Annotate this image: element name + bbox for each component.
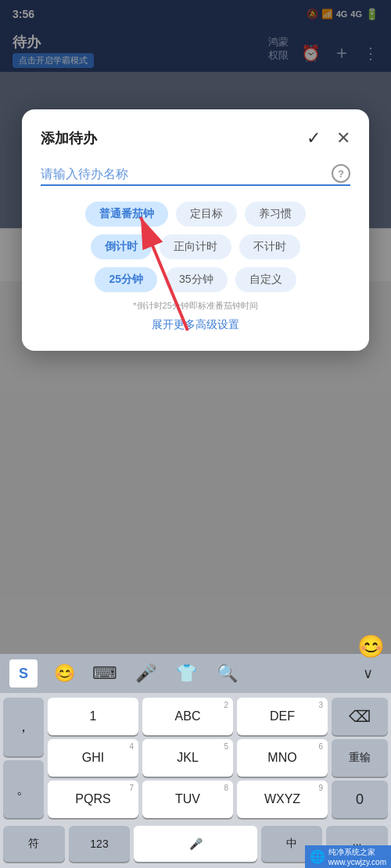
nav-permission-text[interactable]: 鸿蒙权限 xyxy=(268,36,289,63)
key-abc-num: 2 xyxy=(224,701,228,709)
tag-notimer[interactable]: 不计时 xyxy=(239,234,300,259)
mute-icon: 🔕 xyxy=(307,9,318,20)
expand-settings-link[interactable]: 展开更多高级设置 xyxy=(41,318,350,332)
signal-4g-1: 4G xyxy=(336,9,348,19)
tag-25min[interactable]: 25分钟 xyxy=(95,267,157,292)
wifi-icon: 📶 xyxy=(321,9,333,20)
key-backspace[interactable]: ⌫ xyxy=(332,698,388,735)
clock-icon[interactable]: ⏰ xyxy=(301,44,321,63)
key-pqrs[interactable]: 7 PQRS xyxy=(48,780,138,818)
nav-left: 待办 点击开启学霸模式 xyxy=(13,33,94,68)
key-mno[interactable]: 6 MNO xyxy=(237,739,328,777)
key-ghi[interactable]: 4 GHI xyxy=(48,739,138,777)
keyboard-sogou-icon[interactable]: S xyxy=(9,659,38,688)
key-1[interactable]: 1 xyxy=(48,698,138,735)
key-zero[interactable]: 0 xyxy=(332,780,388,818)
nav-badge[interactable]: 点击开启学霸模式 xyxy=(13,53,94,68)
key-comma[interactable]: ， xyxy=(3,698,44,756)
key-row-1: ， 。 1 2 ABC 3 DEF xyxy=(3,698,388,818)
keyboard-tool-left: S 😊 ⌨ 🎤 👕 🔍 xyxy=(9,659,241,688)
dialog-title: 添加待办 xyxy=(41,129,97,148)
keyboard-area: 😊 S 😊 ⌨ 🎤 👕 🔍 ∨ ， 。 xyxy=(0,654,391,868)
keyboard-emoji-icon[interactable]: 😊 xyxy=(50,659,78,688)
key-1-label: 1 xyxy=(90,709,97,723)
help-icon[interactable]: ? xyxy=(332,164,350,183)
key-def-num: 3 xyxy=(318,701,323,709)
key-tuv[interactable]: 8 TUV xyxy=(142,780,233,818)
key-pqrs-num: 7 xyxy=(129,784,134,792)
todo-input-area: ? xyxy=(41,164,350,186)
keyboard-toolbar: S 😊 ⌨ 🎤 👕 🔍 ∨ xyxy=(0,654,391,693)
key-def[interactable]: 3 DEF xyxy=(237,698,328,735)
keyboard-clip-icon[interactable]: 👕 xyxy=(172,659,200,688)
more-icon[interactable]: ⋮ xyxy=(363,44,378,63)
keyboard-keys: ， 。 1 2 ABC 3 DEF xyxy=(0,693,391,823)
status-bar: 3:56 🔕 📶 4G 4G 🔋 xyxy=(0,0,391,28)
tag-35min[interactable]: 35分钟 xyxy=(165,267,228,292)
key-jkl-label: JKL xyxy=(177,751,199,765)
key-tuv-num: 8 xyxy=(224,784,228,792)
dialog-close-button[interactable]: ✕ xyxy=(336,128,350,148)
key-symbol[interactable]: 符 xyxy=(3,826,65,862)
keyboard-tool-right: ∨ xyxy=(353,659,382,688)
type-tags-row: 普通番茄钟 定目标 养习惯 xyxy=(41,202,350,227)
key-mic-label: 🎤 xyxy=(189,838,203,850)
key-pqrs-label: PQRS xyxy=(75,792,110,806)
nav-action-icons: ⏰ + ⋮ xyxy=(301,42,378,64)
keyboard-layout-icon[interactable]: ⌨ xyxy=(91,659,119,688)
pomodoro-note: *倒计时25分钟即标准番茄钟时间 xyxy=(41,300,350,312)
add-todo-dialog: 添加待办 ✓ ✕ ? 普通番茄钟 定目标 养习惯 倒计时 正向计时 不计时 25… xyxy=(22,109,369,351)
key-period[interactable]: 。 xyxy=(3,760,44,819)
key-space[interactable]: 🎤 xyxy=(134,826,256,862)
key-jkl-num: 5 xyxy=(224,742,228,751)
key-mno-num: 6 xyxy=(318,742,323,751)
nav-right: 鸿蒙权限 ⏰ + ⋮ xyxy=(268,36,378,64)
tag-pomodoro[interactable]: 普通番茄钟 xyxy=(85,202,168,227)
todo-name-input[interactable] xyxy=(41,164,350,186)
key-abc-label: ABC xyxy=(175,709,201,723)
key-ghi-label: GHI xyxy=(82,751,104,765)
top-nav: 待办 点击开启学霸模式 鸿蒙权限 ⏰ + ⋮ xyxy=(0,28,391,72)
key-ghi-num: 4 xyxy=(129,742,134,751)
signal-4g-2: 4G xyxy=(350,9,362,19)
add-icon[interactable]: + xyxy=(336,42,347,64)
key-wxyz-label: WXYZ xyxy=(264,792,300,806)
key-mno-label: MNO xyxy=(267,751,296,765)
keyboard-emoji-face: 😊 xyxy=(357,634,385,659)
tag-countdown[interactable]: 倒计时 xyxy=(91,234,152,259)
dialog-header-actions: ✓ ✕ xyxy=(307,128,350,148)
tag-countup[interactable]: 正向计时 xyxy=(160,234,231,259)
key-tuv-label: TUV xyxy=(175,792,200,806)
tag-custom[interactable]: 自定义 xyxy=(235,267,296,292)
status-time: 3:56 xyxy=(13,8,34,20)
status-icons: 🔕 📶 4G 4G 🔋 xyxy=(307,8,378,20)
key-def-label: DEF xyxy=(270,709,295,723)
dialog-header: 添加待办 ✓ ✕ xyxy=(41,128,350,148)
battery-icon: 🔋 xyxy=(365,8,378,20)
key-chinese-label: 中 xyxy=(286,837,297,851)
watermark: 🌐 纯净系统之家www.ycwjzy.com xyxy=(305,845,391,868)
key-wxyz[interactable]: 9 WXYZ xyxy=(237,780,328,818)
keyboard-collapse-icon[interactable]: ∨ xyxy=(353,659,382,688)
key-reenter[interactable]: 重输 xyxy=(332,739,388,777)
key-wxyz-num: 9 xyxy=(318,784,323,792)
key-abc[interactable]: 2 ABC xyxy=(142,698,233,735)
nav-title: 待办 xyxy=(13,33,94,52)
key-jkl[interactable]: 5 JKL xyxy=(142,739,233,777)
key-symbol-label: 符 xyxy=(28,837,39,851)
key-123[interactable]: 123 xyxy=(69,826,131,862)
dialog-confirm-button[interactable]: ✓ xyxy=(307,128,321,148)
tag-habit[interactable]: 养习惯 xyxy=(245,202,306,227)
timer-mode-tags-row: 倒计时 正向计时 不计时 xyxy=(41,234,350,259)
keyboard-mic-icon[interactable]: 🎤 xyxy=(131,659,160,688)
key-123-label: 123 xyxy=(90,838,108,850)
watermark-text: 纯净系统之家www.ycwjzy.com xyxy=(328,847,386,866)
duration-tags-row: 25分钟 35分钟 自定义 xyxy=(41,267,350,292)
keyboard-search-icon[interactable]: 🔍 xyxy=(213,659,241,688)
tag-goal[interactable]: 定目标 xyxy=(176,202,237,227)
